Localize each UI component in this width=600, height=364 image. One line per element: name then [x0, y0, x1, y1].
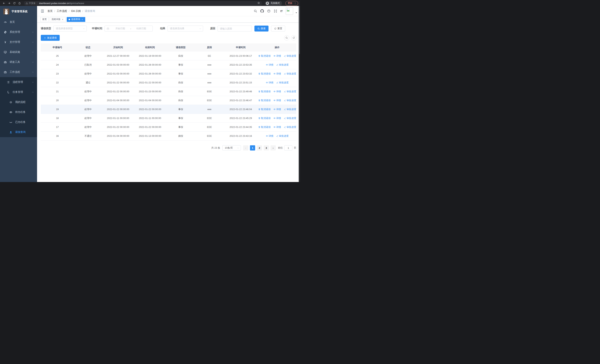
cell-type: 病假 [166, 54, 196, 58]
back-icon[interactable] [2, 1, 6, 5]
sidebar-item-支付管理[interactable]: 支付管理 [0, 37, 37, 47]
browser-update-button[interactable]: 更新 [285, 1, 298, 6]
action-cancel-link[interactable]: 取消请假 [258, 117, 271, 120]
scrollbar-thumb[interactable] [299, 6, 300, 54]
font-size-icon[interactable]: tT [280, 9, 282, 13]
cell-reason: EEE [195, 126, 224, 129]
action-progress-link[interactable]: 审批进度 [276, 63, 289, 66]
sidebar-item-工作流程[interactable]: 工作流程 [0, 67, 37, 77]
action-progress-link[interactable]: 审批进度 [284, 54, 296, 58]
tab-label: 首页 [42, 18, 47, 21]
action-progress-link[interactable]: 审批进度 [284, 99, 296, 102]
sidebar-item-首页[interactable]: 首页 [0, 17, 37, 27]
apply-time-range-picker[interactable]: 开始日期 - 结束日期 [104, 26, 153, 31]
action-cancel-link[interactable]: 取消请假 [258, 125, 271, 129]
action-progress-link[interactable]: 审批进度 [284, 108, 296, 111]
page-button-1[interactable]: 1 [250, 145, 255, 150]
tab-流程详情[interactable]: 流程详情 [50, 17, 66, 22]
sidebar-item-系统管理[interactable]: 系统管理 [0, 27, 37, 37]
page-button-2[interactable]: 2 [257, 145, 262, 150]
date-end-placeholder[interactable]: 结束日期 [132, 27, 151, 30]
action-detail-link[interactable]: 详情 [273, 99, 281, 102]
sidebar-item-流程管理[interactable]: 流程管理 [0, 77, 37, 87]
gear-icon [4, 31, 7, 34]
page-button-3[interactable]: 3 [264, 145, 269, 150]
action-cancel-link[interactable]: 取消请假 [258, 90, 271, 93]
cell-actions: 取消请假详情审批进度 [258, 117, 296, 120]
sidebar-item-label: 基础设施 [10, 50, 20, 54]
prev-page-icon[interactable]: ‹ [243, 145, 248, 150]
cell-reason: EE [195, 55, 224, 57]
action-cancel-link[interactable]: 取消请假 [258, 72, 271, 75]
sidebar-item-待办任务[interactable]: 待办任务 [0, 107, 37, 117]
sidebar-item-已办任务[interactable]: 已办任务 [0, 117, 37, 127]
action-detail-link[interactable]: 详情 [273, 72, 281, 75]
action-detail-link[interactable]: 详情 [273, 54, 281, 58]
help-icon[interactable] [267, 9, 271, 13]
browser-scrollbar[interactable] [299, 6, 300, 182]
tab-首页[interactable]: 首页 [40, 17, 48, 22]
trash-icon [258, 108, 261, 111]
kebab-menu-icon[interactable] [294, 2, 297, 5]
avatar-dropdown-caret-icon[interactable] [295, 11, 297, 14]
sidebar-item-我的流程[interactable]: 我的流程 [0, 97, 37, 107]
cell-reason: eee [195, 72, 224, 75]
action-progress-link[interactable]: 审批进度 [284, 125, 296, 129]
create-leave-button[interactable]: 发起请假 [41, 35, 60, 41]
action-progress-link[interactable]: 审批进度 [276, 134, 289, 138]
action-detail-link[interactable]: 详情 [273, 108, 281, 111]
action-detail-link[interactable]: 详情 [273, 125, 281, 129]
reset-button[interactable]: 重置 [271, 26, 285, 31]
action-detail-link[interactable]: 详情 [266, 134, 273, 138]
goto-page-input[interactable] [284, 145, 292, 150]
reason-input[interactable] [217, 26, 252, 31]
action-cancel-link[interactable]: 取消请假 [258, 108, 271, 111]
action-cancel-link[interactable]: 取消请假 [258, 99, 271, 102]
next-page-icon[interactable]: › [271, 145, 276, 150]
bookmark-star-icon[interactable] [257, 1, 260, 5]
leave-type-select[interactable]: 请选择请假类型 [53, 26, 87, 31]
monitor-icon [4, 51, 7, 54]
action-progress-link[interactable]: 审批进度 [284, 72, 296, 75]
breadcrumb-home[interactable]: 首页 [47, 9, 53, 13]
action-detail-link[interactable]: 详情 [266, 81, 273, 84]
user-avatar[interactable] [286, 7, 293, 15]
show-search-toggle-icon[interactable] [284, 35, 289, 40]
close-icon[interactable] [81, 18, 83, 20]
sidebar-toggle-icon[interactable] [40, 9, 45, 13]
tab-请假查询[interactable]: 请假查询 [67, 17, 85, 22]
action-progress-link[interactable]: 审批进度 [276, 81, 289, 84]
action-detail-link[interactable]: 详情 [266, 63, 273, 66]
refresh-table-icon[interactable] [291, 35, 296, 40]
action-detail-link[interactable]: 详情 [273, 117, 281, 120]
cell-end: 2022-01-26 00:00:00 [134, 63, 166, 66]
address-bar[interactable]: 不安全 dashboard.yudao.iocoder.cn/bpm/oa/le… [24, 1, 262, 6]
github-icon[interactable] [260, 9, 264, 13]
breadcrumb-workflow[interactable]: 工作流程 [57, 9, 67, 13]
search-icon[interactable] [254, 9, 257, 13]
action-progress-link[interactable]: 审批进度 [284, 90, 296, 93]
column-header-开始时间: 开始时间 [102, 46, 134, 49]
breadcrumb-oa-example[interactable]: OA 示例 [71, 9, 81, 13]
page-size-select[interactable]: 10条/页 [222, 145, 241, 150]
sidebar-item-任务管理[interactable]: 任务管理 [0, 87, 37, 97]
close-icon[interactable] [62, 18, 64, 20]
cell-apply_time: 2022-01-22 23:53:35 [224, 63, 258, 66]
home-icon[interactable] [18, 1, 21, 5]
sidebar-item-基础设施[interactable]: 基础设施 [0, 47, 37, 57]
action-detail-link[interactable]: 详情 [273, 90, 281, 93]
sidebar-item-研发工具[interactable]: 研发工具 [0, 57, 37, 67]
action-cancel-link[interactable]: 取消请假 [258, 54, 271, 58]
fullscreen-icon[interactable] [274, 9, 277, 13]
cell-reason: EEE [195, 117, 224, 120]
search-button[interactable]: 搜索 [254, 26, 269, 31]
result-label: 结果 [160, 27, 165, 30]
action-progress-link[interactable]: 审批进度 [284, 117, 296, 120]
cell-end: 2022-01-22 00:00:00 [134, 108, 166, 111]
forward-icon[interactable] [7, 1, 11, 5]
reload-icon[interactable] [12, 1, 16, 5]
date-start-placeholder[interactable]: 开始日期 [111, 27, 130, 30]
cell-status: 通过 [74, 81, 102, 84]
result-select[interactable]: 请选择流结果 [168, 26, 203, 31]
sidebar-item-请假查询[interactable]: 请假查询 [0, 127, 37, 137]
